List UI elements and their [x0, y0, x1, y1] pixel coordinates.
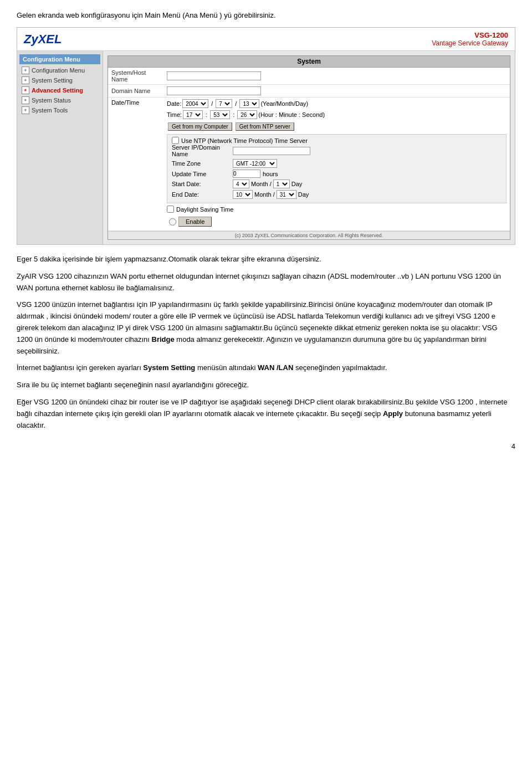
time-label: Time: — [167, 111, 182, 118]
folder-icon: + — [22, 76, 29, 84]
folder-icon: + — [22, 106, 29, 114]
sidebar-label: System Setting — [32, 77, 73, 84]
system-panel: System System/Host Name Domain Name — [108, 55, 510, 240]
sidebar-label: System Status — [32, 97, 71, 104]
body-text: Eger 5 dakika içerisinde bir işlem yapma… — [17, 254, 515, 431]
hour-select[interactable]: 17 — [183, 110, 203, 119]
ntp-section: Use NTP (Network Time Protocol) Time Ser… — [167, 134, 507, 203]
date-row: Date: 2004 / 7 / 13 — [167, 99, 507, 108]
sidebar-item-advanced-setting[interactable]: + Advanced Setting — [19, 85, 100, 95]
hostname-label: System/Host Name — [108, 68, 163, 85]
sidebar-item-system-setting[interactable]: + System Setting — [19, 75, 100, 85]
page-number: 4 — [17, 442, 515, 450]
ntp-server-row: Server IP/Domain Name — [172, 144, 502, 157]
colon2: : — [233, 111, 234, 118]
ntp-server-label: Server IP/Domain Name — [172, 144, 233, 157]
update-time-input[interactable] — [233, 170, 260, 178]
domainname-input[interactable] — [167, 86, 261, 95]
top-text: Gelen ekranda web konfigürasyonu için Ma… — [17, 11, 515, 19]
zyxel-logo: ZyXEL — [24, 32, 62, 47]
time-hint: (Hour : Minute : Second) — [258, 111, 325, 118]
second-select[interactable]: 26 — [237, 110, 257, 119]
get-from-computer-button[interactable]: Get from my Computer — [168, 122, 232, 131]
paragraph-4: İnternet bağlantısı için gereken ayarlar… — [17, 362, 515, 374]
end-day-label: Day — [298, 191, 309, 198]
hostname-input[interactable] — [167, 71, 261, 80]
screenshot-container: ZyXEL VSG-1200 Vantage Service Gateway C… — [17, 27, 515, 245]
ntp-checkbox-row: Use NTP (Network Time Protocol) Time Ser… — [172, 137, 502, 144]
daylight-checkbox[interactable] — [167, 206, 174, 213]
time-row: Time: 17 : 53 : 26 — [167, 110, 507, 119]
end-date-row: End Date: 10 Month / 31 Day — [172, 190, 502, 199]
zyxel-brand: ZyXEL — [24, 32, 62, 46]
daylight-row: Daylight Saving Time — [167, 206, 507, 213]
zyxel-header: ZyXEL VSG-1200 Vantage Service Gateway — [17, 28, 515, 51]
end-date-label: End Date: — [172, 191, 233, 198]
sidebar-item-configuration-menu[interactable]: + Configuration Menu — [19, 65, 100, 75]
screen-body: Configuration Menu + Configuration Menu … — [17, 51, 515, 244]
daylight-label: Daylight Saving Time — [176, 206, 233, 213]
month-sep: Month / — [251, 181, 272, 187]
start-month-select[interactable]: 4 — [233, 180, 249, 188]
day-select[interactable]: 13 — [239, 99, 259, 108]
domainname-label: Domain Name — [108, 85, 163, 98]
timezone-select[interactable]: GMT -12:00 — [233, 159, 277, 168]
end-month-sep: Month / — [254, 191, 275, 198]
get-from-ntp-button[interactable]: Get from NTP server — [236, 122, 294, 131]
hostname-row: System/Host Name — [108, 68, 510, 85]
zyxel-product-info: VSG-1200 Vantage Service Gateway — [432, 31, 508, 47]
paragraph-5: Sıra ile bu üç internet bağlantı seçeneğ… — [17, 380, 515, 391]
folder-icon: + — [22, 66, 29, 74]
paragraph-3: VSG 1200 ünüzün internet bağlantısı için… — [17, 299, 515, 357]
hostname-value — [163, 68, 510, 85]
start-day-select[interactable]: 1 — [273, 180, 290, 188]
hours-unit: hours — [263, 171, 278, 177]
enable-radio-label: Enable — [169, 217, 504, 227]
colon1: : — [206, 111, 207, 118]
year-select[interactable]: 2004 — [182, 99, 208, 108]
end-month-select[interactable]: 10 — [233, 190, 253, 199]
system-form-table: System/Host Name Domain Name Date/Time — [108, 68, 510, 231]
paragraph-2: ZyAIR VSG 1200 cihazınızın WAN portu eth… — [17, 271, 515, 294]
sidebar-title: Configuration Menu — [19, 54, 100, 64]
ntp-buttons-row: Get from my Computer Get from NTP server — [167, 121, 507, 132]
sidebar-label: System Tools — [32, 107, 68, 114]
end-day-select[interactable]: 31 — [277, 190, 296, 199]
folder-icon: + — [22, 96, 29, 104]
sidebar: Configuration Menu + Configuration Menu … — [17, 51, 103, 244]
update-time-row: Update Time hours — [172, 170, 502, 178]
datetime-label: Date/Time — [108, 98, 163, 231]
sidebar-label: Advanced Setting — [32, 87, 83, 94]
paragraph-1: Eger 5 dakika içerisinde bir işlem yapma… — [17, 254, 515, 265]
ntp-checkbox[interactable] — [172, 137, 179, 144]
day-label: Day — [291, 181, 303, 187]
ntp-checkbox-label: Use NTP (Network Time Protocol) Time Ser… — [181, 137, 308, 144]
system-setting-term: System Setting — [143, 363, 195, 372]
enable-radio[interactable] — [169, 218, 176, 225]
date-label: Date: — [167, 100, 181, 107]
wan-lan-term: WAN /LAN — [258, 363, 293, 372]
minute-select[interactable]: 53 — [210, 110, 230, 119]
bridge-term: Bridge — [152, 335, 175, 344]
month-select[interactable]: 7 — [216, 99, 232, 108]
sidebar-label: Configuration Menu — [32, 67, 85, 74]
sep2: / — [235, 100, 237, 107]
datetime-row: Date/Time Date: 2004 / 7 — [108, 98, 510, 231]
product-model: VSG-1200 — [432, 31, 508, 39]
sidebar-item-system-status[interactable]: + System Status — [19, 95, 100, 105]
sep1: / — [211, 100, 213, 107]
product-tagline: Vantage Service Gateway — [432, 39, 508, 47]
update-time-label: Update Time — [172, 171, 233, 177]
system-panel-title: System — [108, 56, 510, 68]
sidebar-item-system-tools[interactable]: + System Tools — [19, 105, 100, 115]
domainname-row: Domain Name — [108, 85, 510, 98]
domainname-value — [163, 85, 510, 98]
enable-button[interactable]: Enable — [178, 217, 212, 227]
footer-bar: (c) 2003 ZyXEL Communications Corporatio… — [108, 231, 510, 239]
date-hint: (Year/Month/Day) — [260, 100, 308, 107]
main-content: System System/Host Name Domain Name — [103, 51, 515, 244]
enable-row: Enable — [167, 214, 507, 229]
start-date-label: Start Date: — [172, 181, 233, 187]
ntp-server-input[interactable] — [233, 147, 310, 155]
datetime-container: Date: 2004 / 7 / 13 — [163, 98, 510, 231]
